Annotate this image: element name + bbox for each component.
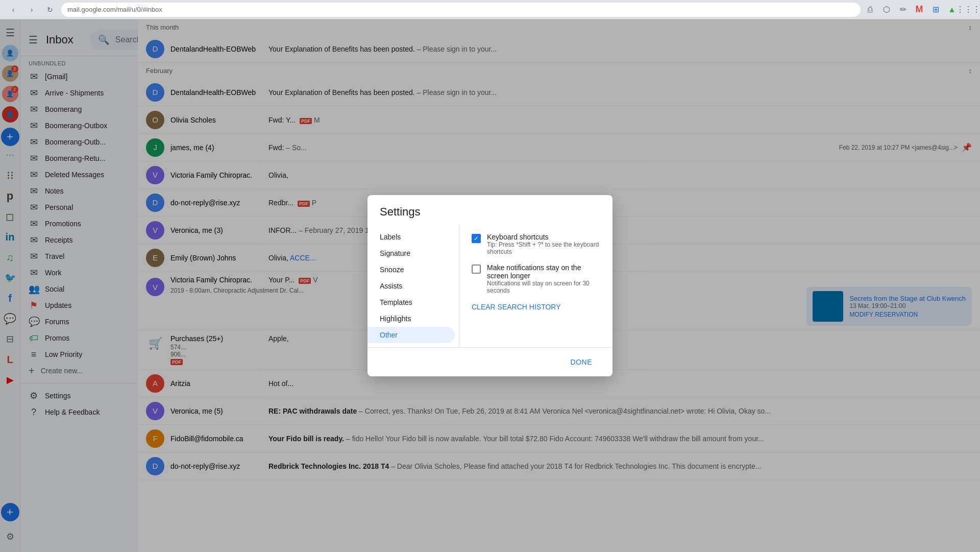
apps-icon[interactable]: ⋮⋮⋮ [963,4,974,15]
notifications-longer-desc: Notifications will stay on screen for 30… [487,280,600,294]
notifications-longer-option: Make notifications stay on the screen lo… [472,263,600,294]
modal-title: Settings [368,195,612,225]
modal-footer: DONE [368,347,612,376]
keyboard-shortcuts-label: Keyboard shortcuts [487,233,600,241]
modal-nav-snooze[interactable]: Snooze [368,261,459,278]
modal-nav-labels[interactable]: Labels [368,229,459,245]
notifications-longer-label: Make notifications stay on the screen lo… [487,263,600,280]
address-bar[interactable]: mail.google.com/mail/u/0/#inbox [61,3,861,17]
notifications-longer-checkbox[interactable] [472,265,481,274]
modal-nav-highlights[interactable]: Highlights [368,310,459,327]
calendar-icon[interactable]: ⊞ [930,4,941,15]
modal-nav-templates[interactable]: Templates [368,294,459,310]
gmail-icon[interactable]: M [914,4,925,15]
bookmark-icon[interactable]: ⬡ [881,4,892,15]
keyboard-shortcuts-option: Keyboard shortcuts Tip: Press *Shift + ?… [472,233,600,255]
share-icon[interactable]: ⎙ [865,4,876,15]
settings-modal: Settings Labels Signature Snooze Assists… [368,195,612,376]
modal-body: Labels Signature Snooze Assists Template… [368,225,612,347]
modal-overlay[interactable]: Settings Labels Signature Snooze Assists… [0,19,980,552]
modal-nav-other[interactable]: Other [368,327,455,343]
address-text: mail.google.com/mail/u/0/#inbox [67,6,162,13]
pen-icon[interactable]: ✏ [897,4,909,15]
modal-nav: Labels Signature Snooze Assists Template… [368,225,459,347]
keyboard-shortcuts-checkbox[interactable] [472,234,481,243]
clear-search-history-link[interactable]: CLEAR SEARCH HISTORY [472,303,561,311]
modal-nav-assists[interactable]: Assists [368,278,459,294]
reload-button[interactable]: ↻ [43,3,57,17]
forward-button[interactable]: › [24,3,39,17]
back-button[interactable]: ‹ [6,3,20,17]
browser-chrome: ‹ › ↻ mail.google.com/mail/u/0/#inbox ⎙ … [0,0,980,19]
modal-nav-signature[interactable]: Signature [368,245,459,261]
keyboard-shortcuts-desc: Tip: Press *Shift + ?* to see the keyboa… [487,241,600,255]
done-button[interactable]: DONE [562,354,600,370]
browser-toolbar: ⎙ ⬡ ✏ M ⊞ ▲ ⋮⋮⋮ [865,4,974,15]
modal-settings-content: Keyboard shortcuts Tip: Press *Shift + ?… [459,225,612,347]
